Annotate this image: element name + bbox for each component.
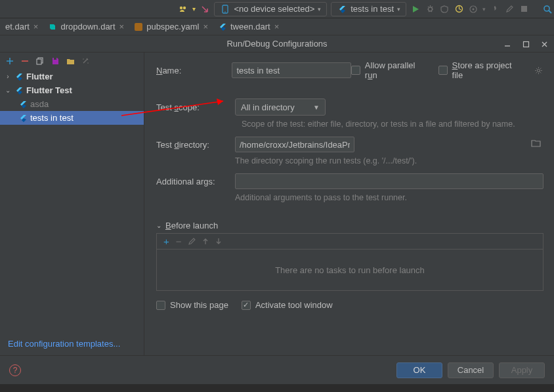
profile-icon[interactable] [454, 4, 464, 14]
chevron-down-icon: ▾ [318, 6, 321, 12]
svg-point-1 [183, 6, 186, 9]
args-input[interactable] [235, 173, 543, 189]
chevron-down-icon: ▼ [313, 104, 320, 111]
svg-rect-8 [521, 6, 527, 12]
close-icon[interactable]: × [203, 22, 208, 32]
tree-toolbar [0, 53, 144, 70]
scope-select[interactable]: All in directory ▼ [235, 98, 326, 116]
config-form: Name: Allow parallel run Store as projec… [144, 53, 554, 355]
before-launch-list[interactable]: There are no tasks to run before launch [156, 249, 543, 291]
tree-leaf-selected[interactable]: tests in test [0, 111, 144, 125]
svg-point-19 [537, 69, 540, 72]
name-input[interactable] [232, 62, 351, 78]
ok-button[interactable]: OK [396, 362, 442, 378]
copy-icon[interactable] [35, 56, 45, 66]
svg-rect-14 [54, 58, 56, 60]
stop-icon[interactable] [519, 4, 529, 14]
dir-label: Test directory: [156, 140, 235, 150]
flutter-icon [18, 114, 28, 123]
pencil-icon[interactable] [504, 4, 515, 14]
svg-point-4 [428, 7, 432, 11]
store-project-checkbox[interactable]: Store as project file [438, 60, 522, 80]
tree-label: tests in test [30, 113, 74, 123]
search-icon[interactable] [542, 4, 553, 14]
remove-icon[interactable] [20, 56, 30, 66]
hot-reload-icon[interactable] [490, 4, 500, 14]
down-arrow-icon[interactable] [215, 238, 222, 245]
folder-icon[interactable] [65, 56, 75, 66]
scope-label: Test scope: [156, 102, 235, 112]
apply-button[interactable]: Apply [499, 362, 545, 378]
chevron-down-icon[interactable]: ⌄ [4, 87, 12, 94]
args-label: Additional args: [156, 177, 235, 186]
flutter-icon [219, 23, 226, 31]
attach-icon[interactable] [468, 4, 479, 14]
config-tree-panel: › Flutter ⌄ Flutter Test asda [0, 53, 144, 355]
vcs-arrow-icon[interactable] [200, 4, 210, 14]
tree-node-flutter[interactable]: › Flutter [0, 70, 144, 83]
tree-label: Flutter [26, 72, 53, 81]
run-config-selector[interactable]: tests in test ▾ [331, 2, 406, 16]
flutter-icon [14, 86, 24, 95]
show-page-checkbox[interactable]: Show this page [156, 300, 228, 310]
yaml-icon [135, 23, 142, 31]
editor-tab[interactable]: dropdown.dart × [43, 18, 129, 35]
svg-point-16 [87, 62, 89, 64]
editor-tab[interactable]: tween.dart × [213, 18, 284, 35]
dialog-footer: ? OK Cancel Apply [0, 355, 554, 384]
help-icon[interactable]: ? [9, 364, 21, 376]
close-icon[interactable]: × [119, 22, 125, 32]
close-icon[interactable]: × [33, 22, 39, 32]
minimize-button[interactable] [500, 38, 515, 50]
add-icon[interactable]: + [163, 236, 169, 246]
chevron-down-icon[interactable]: ▾ [482, 6, 486, 12]
coverage-icon[interactable] [439, 4, 450, 14]
svg-rect-13 [37, 59, 41, 64]
debug-icon[interactable] [425, 4, 435, 14]
svg-rect-10 [135, 23, 142, 31]
chevron-right-icon[interactable]: › [4, 73, 12, 80]
run-icon[interactable] [410, 4, 421, 14]
allow-parallel-checkbox[interactable]: Allow parallel run [351, 60, 427, 80]
tab-label: tween.dart [230, 22, 270, 32]
args-hint: Additional arguments to pass to the test… [156, 193, 543, 202]
editor-tab[interactable]: pubspec.yaml × [129, 18, 213, 35]
before-launch-header[interactable]: ⌄ Before launch [156, 221, 543, 230]
config-tree[interactable]: › Flutter ⌄ Flutter Test asda [0, 70, 144, 332]
edit-templates-link[interactable]: Edit configuration templates... [0, 332, 144, 355]
add-icon[interactable] [5, 56, 15, 66]
svg-point-15 [83, 58, 84, 60]
tree-label: Flutter Test [26, 85, 72, 95]
maximize-button[interactable] [519, 38, 533, 50]
cancel-button[interactable]: Cancel [448, 362, 494, 378]
device-selector[interactable]: <no device selected> ▾ [214, 2, 327, 16]
chevron-down-icon[interactable]: ▾ [192, 5, 196, 12]
flutter-icon [18, 100, 28, 109]
flutter-icon [14, 72, 24, 81]
directory-input[interactable] [235, 137, 354, 152]
dialog-content: › Flutter ⌄ Flutter Test asda [0, 53, 554, 355]
chevron-down-icon: ▾ [397, 6, 400, 12]
name-label: Name: [156, 66, 232, 76]
chevron-down-icon: ⌄ [156, 222, 161, 229]
tab-label: pubspec.yaml [146, 22, 199, 32]
no-tasks-text: There are no tasks to run before launch [275, 265, 425, 275]
tree-node-flutter-test[interactable]: ⌄ Flutter Test [0, 83, 144, 97]
gear-icon[interactable] [534, 65, 543, 76]
edit-icon[interactable] [188, 238, 196, 245]
save-icon[interactable] [50, 56, 60, 66]
tree-leaf[interactable]: asda [0, 97, 144, 111]
flutter-icon [337, 4, 347, 14]
up-arrow-icon[interactable] [202, 238, 209, 245]
pair-icon[interactable] [178, 4, 188, 14]
close-icon[interactable]: × [274, 22, 280, 32]
activate-tool-checkbox[interactable]: Activate tool window [242, 300, 333, 310]
remove-icon[interactable]: − [176, 236, 182, 246]
browse-folder-icon[interactable] [531, 139, 541, 147]
svg-point-0 [180, 6, 182, 9]
editor-tab[interactable]: et.dart × [0, 18, 43, 35]
close-button[interactable] [537, 38, 551, 50]
wand-icon[interactable] [80, 56, 91, 66]
svg-point-9 [544, 6, 549, 11]
dart-icon [49, 23, 56, 31]
